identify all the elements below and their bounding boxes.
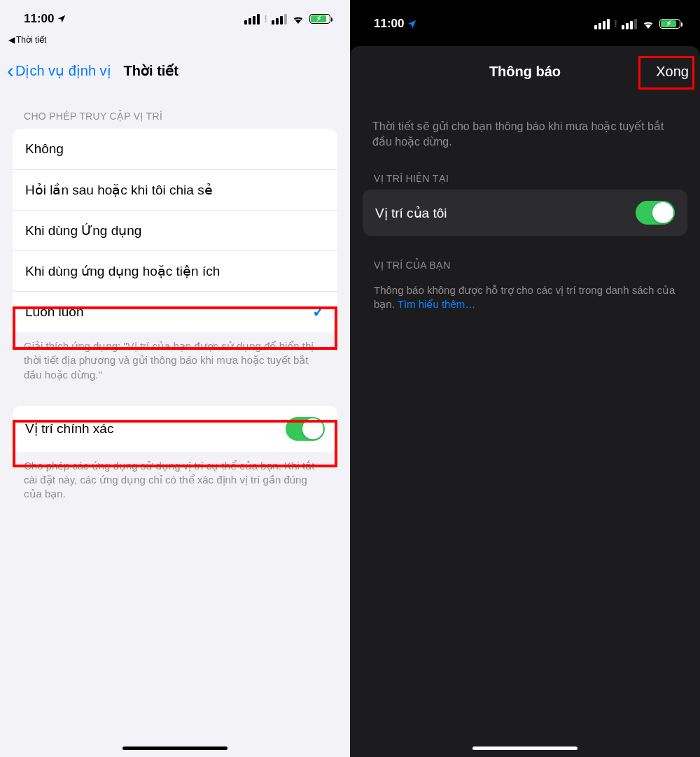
status-bar: 11:00 ! ⚡︎	[350, 0, 700, 38]
status-time: 11:00	[24, 12, 54, 26]
option-app-or-widgets[interactable]: Khi dùng ứng dụng hoặc tiện ích	[13, 250, 337, 291]
chevron-left-icon: ‹	[7, 60, 14, 81]
secondary-signal-icon	[244, 14, 260, 24]
wifi-icon	[291, 14, 305, 24]
section-header-current: VỊ TRÍ HIỆN TẠI	[350, 149, 700, 190]
precise-location-toggle[interactable]	[286, 417, 325, 441]
precise-location-footer: Cho phép các ứng dụng sử dụng vị trí cụ …	[0, 452, 350, 502]
precise-location-row[interactable]: Vị trí chính xác	[13, 406, 337, 452]
bolt-icon: ⚡︎	[666, 20, 671, 27]
page-title: Thời tiết	[124, 62, 178, 79]
signal-sep-icon: !	[614, 18, 617, 29]
breadcrumb-label: Thời tiết	[16, 35, 46, 45]
location-arrow-icon	[407, 19, 417, 29]
done-button[interactable]: Xong	[656, 64, 689, 80]
modal-sheet: Thông báo Xong Thời tiết sẽ gửi cho bạn …	[350, 46, 700, 757]
nav-back-label: Dịch vụ định vị	[15, 62, 111, 79]
option-label: Hỏi lần sau hoặc khi tôi chia sẻ	[25, 182, 213, 198]
modal-title: Thông báo	[489, 64, 561, 80]
option-always[interactable]: Luôn luôn ✓	[13, 291, 337, 332]
option-label: Luôn luôn	[25, 304, 83, 320]
signal-sep-icon: !	[264, 13, 267, 24]
chevron-left-icon: ◀	[8, 35, 15, 45]
option-label: Khi dùng ứng dụng hoặc tiện ích	[25, 263, 220, 279]
my-location-label: Vị trí của tôi	[375, 205, 447, 221]
breadcrumb[interactable]: ◀ Thời tiết	[0, 35, 350, 45]
my-location-row[interactable]: Vị trí của tôi	[363, 190, 687, 236]
nav-back-button[interactable]: ‹ Dịch vụ định vị	[7, 60, 111, 81]
battery-icon: ⚡︎	[309, 14, 330, 24]
weather-notifications-sheet: 11:00 ! ⚡︎ Thông báo Xong	[350, 0, 700, 757]
precise-location-label: Vị trí chính xác	[25, 420, 113, 437]
home-indicator[interactable]	[122, 747, 227, 750]
status-bar: 11:00 ! ⚡︎	[0, 0, 350, 38]
option-label: Không	[25, 141, 64, 157]
modal-header: Thông báo Xong	[350, 46, 700, 97]
option-label: Khi dùng Ứng dụng	[25, 222, 141, 239]
notification-intro: Thời tiết sẽ gửi cho bạn thông báo khi m…	[350, 97, 700, 149]
app-explanation: Giải thích ứng dụng: "Vị trí của bạn đượ…	[0, 332, 350, 382]
your-locations-footer: Thông báo không được hỗ trợ cho các vị t…	[350, 276, 700, 312]
bolt-icon: ⚡︎	[316, 15, 321, 22]
battery-icon: ⚡︎	[659, 19, 680, 29]
status-time: 11:00	[374, 17, 404, 31]
option-ask-next-time[interactable]: Hỏi lần sau hoặc khi tôi chia sẻ	[13, 169, 337, 210]
location-access-options: Không Hỏi lần sau hoặc khi tôi chia sẻ K…	[13, 129, 337, 332]
section-header-your-locations: VỊ TRÍ CỦA BẠN	[350, 236, 700, 276]
my-location-toggle[interactable]	[636, 201, 675, 225]
location-arrow-icon	[57, 14, 66, 24]
option-never[interactable]: Không	[13, 129, 337, 169]
current-location-group: Vị trí của tôi	[363, 190, 687, 236]
section-header-allow: CHO PHÉP TRUY CẬP VỊ TRÍ	[0, 88, 350, 129]
nav-header: ‹ Dịch vụ định vị Thời tiết	[0, 45, 350, 88]
precise-location-group: Vị trí chính xác	[13, 406, 337, 452]
settings-location-screen: 11:00 ! ⚡︎ ◀ Thời tiết ‹ D	[0, 0, 350, 757]
signal-icon	[272, 14, 287, 24]
learn-more-link[interactable]: Tìm hiểu thêm…	[398, 298, 476, 310]
option-while-using[interactable]: Khi dùng Ứng dụng	[13, 210, 337, 250]
wifi-icon	[641, 19, 655, 29]
secondary-signal-icon	[594, 19, 610, 29]
signal-icon	[622, 19, 637, 29]
checkmark-icon: ✓	[312, 303, 325, 321]
home-indicator[interactable]	[472, 747, 578, 750]
